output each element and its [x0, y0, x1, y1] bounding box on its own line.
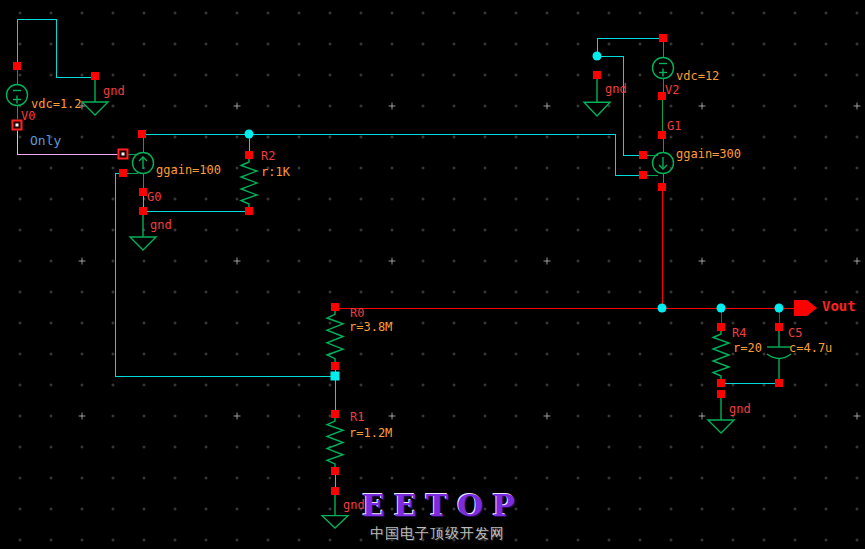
r1-name-label: R1: [350, 411, 364, 423]
pin[interactable]: [331, 303, 339, 311]
grid-major-mark: [79, 258, 86, 265]
only-note-text: Only: [30, 134, 61, 147]
grid-major-mark: [234, 258, 241, 265]
pin[interactable]: [138, 130, 146, 138]
wire-segment[interactable]: [615, 134, 616, 175]
g0-ggain-symbol[interactable]: [131, 151, 155, 175]
r4-name-label: R4: [732, 327, 746, 339]
r4-param-label: r=20: [733, 342, 762, 354]
pin[interactable]: [331, 467, 339, 475]
selected-pin[interactable]: [118, 149, 129, 160]
grid-major-mark: [544, 258, 551, 265]
v0-lead: [17, 70, 18, 84]
grid-major-mark: [854, 103, 861, 110]
g1-param-label: ggain=300: [676, 148, 741, 160]
c5-param-label: c=4.7u: [789, 342, 832, 354]
r0-param-label: r=3.8M: [349, 321, 392, 333]
grid-major-mark: [79, 413, 86, 420]
v0-param-label: vdc=1.2: [31, 98, 82, 110]
pin[interactable]: [717, 379, 725, 387]
r2-param-label: r:1K: [261, 166, 290, 178]
wire-segment-selected[interactable]: [17, 154, 119, 155]
wire-segment[interactable]: [17, 19, 57, 20]
gnd-label: gnd: [729, 403, 751, 415]
grid-major-mark: [389, 413, 396, 420]
v0-vdc-source-symbol[interactable]: [5, 83, 29, 107]
g1-ggain-symbol[interactable]: [651, 151, 675, 175]
pin[interactable]: [593, 71, 601, 79]
wire-segment[interactable]: [115, 376, 335, 377]
junction-dot: [245, 130, 254, 139]
pin[interactable]: [658, 183, 666, 191]
pin[interactable]: [13, 62, 21, 70]
wire-segment[interactable]: [56, 19, 57, 77]
pin[interactable]: [775, 323, 783, 331]
pin[interactable]: [139, 207, 147, 215]
vout-port-label: Vout: [822, 299, 856, 313]
grid-major-mark: [234, 413, 241, 420]
grid-major-mark: [234, 103, 241, 110]
pin[interactable]: [245, 207, 253, 215]
r0-name-label: R0: [350, 307, 364, 319]
pin[interactable]: [717, 390, 725, 398]
v2-lead: [663, 42, 664, 57]
grid-major-mark: [699, 103, 706, 110]
r2-name-label: R2: [261, 150, 275, 162]
wire-segment[interactable]: [143, 211, 249, 212]
junction-dot: [658, 304, 667, 313]
wire-segment[interactable]: [721, 383, 779, 384]
wire-segment-selected[interactable]: [17, 129, 18, 154]
pin[interactable]: [331, 362, 339, 370]
g0-lead: [143, 138, 144, 152]
junction-dot: [717, 304, 726, 313]
pin[interactable]: [331, 487, 339, 495]
v2-vdc-source-symbol[interactable]: [651, 56, 675, 80]
schematic-canvas[interactable]: vdc=1.2 V0 Only gnd ggain=100 G0 gnd R2 …: [0, 0, 865, 549]
g0-lead: [143, 174, 144, 188]
wire-segment-vout-net[interactable]: [662, 191, 663, 308]
g1-name-label: G1: [667, 120, 681, 132]
v2-param-label: vdc=12: [676, 70, 719, 82]
pin[interactable]: [659, 34, 667, 42]
grid-major-mark: [544, 103, 551, 110]
wire-segment[interactable]: [623, 56, 624, 155]
wire-segment[interactable]: [142, 134, 615, 135]
r0-resistor-symbol[interactable]: [325, 307, 345, 366]
grid-major-mark: [389, 103, 396, 110]
pin[interactable]: [139, 188, 147, 196]
wire-segment[interactable]: [115, 173, 116, 376]
junction-dot: [775, 304, 784, 313]
r1-param-label: r=1.2M: [349, 427, 392, 439]
pin[interactable]: [91, 72, 99, 80]
v2-name-label: V2: [665, 84, 679, 96]
wire-segment-vout-net[interactable]: [335, 308, 797, 309]
g1-lead: [647, 175, 658, 176]
pin[interactable]: [245, 151, 253, 159]
gnd-label: gnd: [605, 83, 627, 95]
wire-segment[interactable]: [662, 96, 663, 135]
pin[interactable]: [639, 151, 647, 159]
c5-name-label: C5: [788, 327, 802, 339]
grid-major-mark: [854, 258, 861, 265]
g0-name-label: G0: [147, 191, 161, 203]
wire-segment[interactable]: [597, 38, 663, 39]
gnd-label: gnd: [150, 219, 172, 231]
r1-resistor-symbol[interactable]: [325, 414, 345, 471]
pin[interactable]: [331, 410, 339, 418]
r2-resistor-symbol[interactable]: [239, 155, 259, 211]
grid-major-mark: [389, 258, 396, 265]
gnd-label: gnd: [103, 85, 125, 97]
vout-port-arrow[interactable]: [794, 300, 818, 316]
pin[interactable]: [658, 131, 666, 139]
v0-name-label: V0: [21, 110, 35, 122]
grid-major-mark: [854, 413, 861, 420]
pin[interactable]: [119, 169, 127, 177]
wire-segment[interactable]: [17, 19, 18, 66]
pin[interactable]: [717, 323, 725, 331]
r4-resistor-symbol[interactable]: [711, 327, 731, 383]
pin[interactable]: [639, 171, 647, 179]
grid-major-mark: [544, 413, 551, 420]
watermark-subtitle: 中国电子顶级开发网: [370, 525, 505, 541]
v2-lead: [663, 79, 664, 93]
pin[interactable]: [775, 379, 783, 387]
